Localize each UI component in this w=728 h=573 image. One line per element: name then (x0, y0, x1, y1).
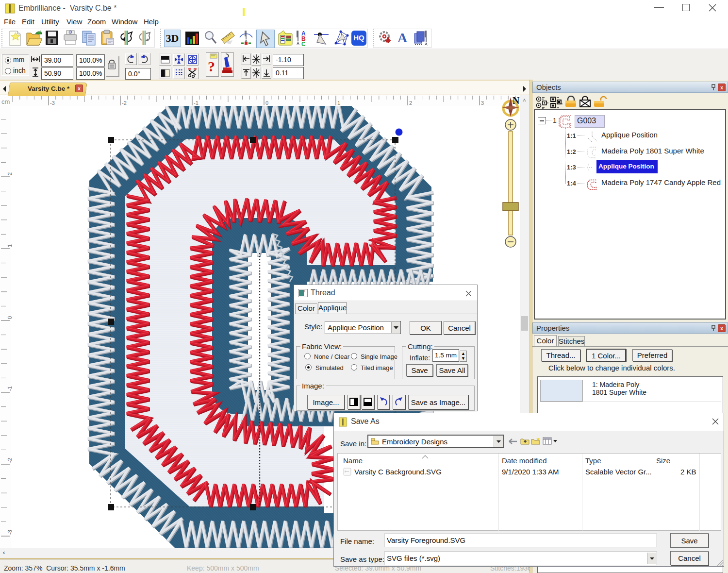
svg-text:-1: -1 (7, 386, 13, 391)
svg-text:3: 3 (481, 100, 484, 106)
svg-text:0: 0 (7, 316, 13, 319)
svg-text:A: A (397, 30, 408, 45)
svg-text:0: 0 (265, 100, 268, 106)
svg-text:C: C (301, 41, 306, 47)
svg-text:-3: -3 (50, 100, 55, 106)
svg-text:1: 1 (337, 100, 340, 106)
svg-text:-2: -2 (122, 100, 127, 106)
svg-text:-1: -1 (194, 100, 199, 106)
svg-text:-2: -2 (7, 458, 13, 463)
svg-text:1: 1 (7, 244, 13, 247)
svg-text:2: 2 (7, 172, 13, 175)
svg-text:-3: -3 (7, 530, 13, 535)
svg-text:N: N (513, 95, 520, 106)
svg-text:?: ? (208, 58, 215, 74)
svg-text:2: 2 (409, 100, 412, 106)
svg-text:cm: cm (1, 98, 10, 105)
